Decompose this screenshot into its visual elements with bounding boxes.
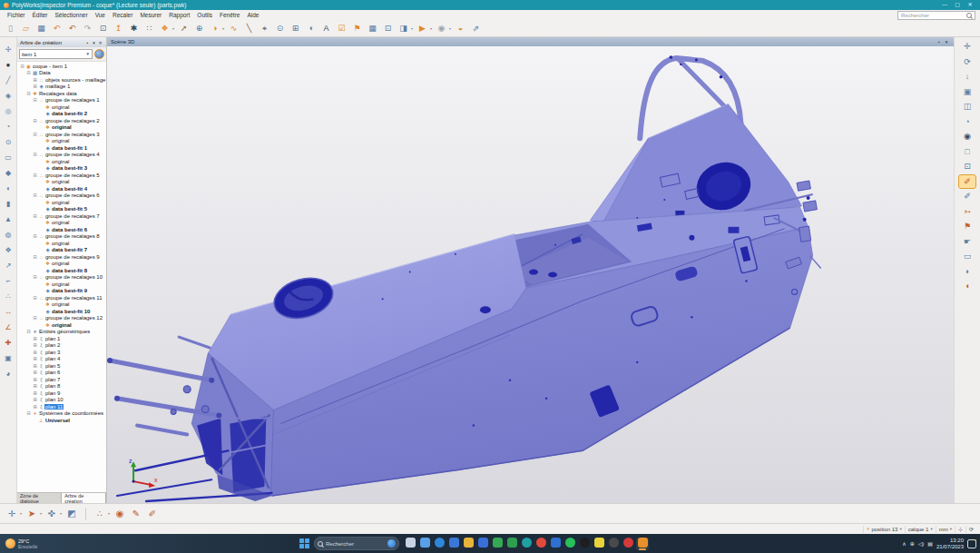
cone-icon[interactable]: ▲ — [2, 213, 15, 225]
menu-mesurer[interactable]: Mesurer — [136, 12, 165, 18]
weather-widget[interactable]: 29°C Ensoleillé — [0, 538, 37, 549]
tree-expander[interactable]: ⊞ — [32, 370, 38, 375]
chart-report-icon[interactable]: ⇗ — [469, 22, 483, 35]
tree-item-plan-7[interactable]: ⊞ξplan 7 — [17, 376, 106, 383]
align-mode-icon[interactable]: ✜ — [44, 507, 59, 520]
menu-recaler[interactable]: Recaler — [109, 12, 136, 18]
polyline-icon[interactable]: ⌐ — [2, 275, 15, 287]
tree-item-groupe-de-recalages-6[interactable]: ⊟∴groupe de recalages 6 — [17, 193, 106, 200]
tree-expander[interactable]: ⊞ — [32, 383, 38, 389]
globe-view-icon[interactable]: ⊕ — [192, 22, 206, 35]
surface-icon[interactable]: ❖ — [2, 244, 15, 256]
new-document-icon[interactable]: ▯ — [4, 22, 17, 35]
tree-item-original[interactable]: ❖original — [17, 179, 106, 186]
tray-folder[interactable]: ▤ — [927, 540, 933, 547]
media-export-dropdown[interactable]: ▾ — [411, 26, 415, 31]
tree-item-original[interactable]: ❖original — [17, 138, 106, 145]
tree-item-groupe-de-recalages-8[interactable]: ⊟∴groupe de recalages 8 — [17, 233, 106, 241]
taskbar-app-app-green[interactable] — [491, 538, 504, 550]
tree-expander[interactable]: ⊞ — [32, 336, 38, 341]
tree-item-plan-11[interactable]: ⊞ξplan 11 — [17, 403, 106, 410]
taskbar-app-whatsapp[interactable] — [564, 538, 576, 550]
tree-item-original[interactable]: ❖original — [17, 281, 106, 288]
tree-expander[interactable]: ⊟ — [25, 70, 32, 75]
plane-icon[interactable]: ◈ — [2, 90, 15, 102]
slot-icon[interactable]: ◖ — [2, 183, 15, 194]
stamp-view-icon[interactable]: ▣ — [959, 85, 975, 98]
save-icon[interactable]: ▦ — [34, 22, 48, 35]
taskbar-app-outlook-mail[interactable] — [447, 538, 460, 550]
tree-item-plan-3[interactable]: ⊞ξplan 3 — [17, 349, 106, 356]
boundary-edit-icon[interactable]: ✎ — [129, 507, 143, 520]
record-icon[interactable]: ◉ — [435, 22, 448, 35]
tree-item-data-best-fit-3[interactable]: ◈data best-fit 3 — [17, 165, 106, 173]
measure-text-icon[interactable]: A — [319, 22, 333, 35]
pan-view-icon[interactable]: ✛ — [959, 40, 975, 53]
tree-expander[interactable]: ⊞ — [32, 404, 38, 410]
tree-expander[interactable]: ⊟ — [32, 315, 38, 321]
rectangle-icon[interactable]: ▭ — [2, 152, 15, 163]
tree-expander[interactable]: ⊟ — [25, 410, 32, 416]
tree-item-plan-1[interactable]: ⊞ξplan 1 — [17, 335, 106, 342]
tree-item-coque-item-1[interactable]: ⊟◉coque - item 1 — [17, 63, 106, 70]
open-project-icon[interactable]: ▱ — [19, 22, 33, 35]
tray-volume[interactable]: ◁) — [918, 540, 925, 547]
tree-item-original[interactable]: ❖original — [17, 158, 106, 165]
tree-item-plan-4[interactable]: ⊞ξplan 4 — [17, 356, 106, 363]
taskbar-app-app-blue[interactable] — [476, 538, 489, 550]
date-table-icon[interactable]: ⊞ — [289, 22, 302, 35]
tree-item-recalages-data[interactable]: ⊟❖Recalages data — [17, 90, 106, 97]
taskbar-app-mail-blue[interactable] — [549, 538, 562, 550]
tree-item-syste-mes-de-coordonne-es[interactable]: ⊟⌖Systèmes de coordonnées — [17, 410, 106, 418]
scene-pin-button[interactable]: ▪ — [936, 39, 943, 44]
spray-tool-icon[interactable]: ✐ — [959, 190, 975, 202]
taskbar-app-app-dark[interactable] — [607, 538, 620, 550]
menu-rapport[interactable]: Rapport — [165, 12, 193, 18]
globe-entity-icon[interactable]: ◕ — [2, 368, 15, 380]
colormap-shield-icon[interactable]: ❖ — [158, 22, 172, 35]
scene-menu-button[interactable]: ▾ — [943, 39, 950, 44]
undo-alt-icon[interactable]: ↶ — [65, 22, 79, 35]
tree-expander[interactable]: ⊟ — [32, 193, 38, 198]
tree-item-universel[interactable]: ⊥Universel — [17, 417, 106, 424]
toggle-view-icon[interactable]: ◒ — [454, 22, 467, 35]
tree-item-data[interactable]: ⊟▦Data — [17, 70, 106, 77]
taskbar-app-polyworks[interactable] — [636, 538, 649, 550]
tree-expander[interactable]: ⊟ — [32, 254, 38, 260]
tree-item-original[interactable]: ❖original — [17, 124, 106, 132]
probe-mode-dropdown[interactable]: ▾ — [20, 511, 24, 516]
probe-bird-icon[interactable]: ➳ — [959, 205, 975, 218]
tree-expander[interactable]: ⊟ — [32, 173, 38, 178]
tree-item-data-best-fit-9[interactable]: ◈data best-fit 9 — [17, 288, 106, 295]
tree-item-groupe-de-recalages-5[interactable]: ⊟∴groupe de recalages 5 — [17, 172, 106, 179]
angle-icon[interactable]: ∠ — [2, 321, 15, 333]
tree-expander[interactable]: ⊟ — [32, 295, 38, 301]
probe-device-icon[interactable]: ✢ — [2, 44, 15, 55]
snapshot-tool-icon[interactable]: ⊡ — [96, 22, 110, 35]
point-validate-icon[interactable]: ◉ — [113, 507, 127, 520]
taskbar-app-widgets[interactable] — [418, 538, 431, 550]
tree-expander[interactable]: ⊞ — [32, 397, 38, 402]
tree-item-groupe-de-recalages-1[interactable]: ⊟∴groupe de recalages 1 — [17, 97, 106, 104]
taskbar-app-app-green-2[interactable] — [505, 538, 518, 550]
redo-icon[interactable]: ↷ — [81, 22, 94, 35]
points-cluster-dropdown[interactable]: ▾ — [108, 511, 112, 516]
record-dropdown[interactable]: ▾ — [449, 26, 453, 31]
zoom-region-icon[interactable]: ◫ — [959, 100, 975, 113]
panel-pin-button[interactable]: ▪ — [84, 40, 91, 45]
taskbar-app-app-red[interactable] — [622, 538, 634, 550]
menu-fenetre[interactable]: Fenêtre — [216, 12, 243, 18]
tree-item-original[interactable]: ❖original — [17, 199, 106, 206]
tree-item-data-best-fit-1[interactable]: ◈data best-fit 1 — [17, 144, 106, 152]
tag-note-icon[interactable]: ⚑ — [350, 22, 364, 35]
rotate-view-icon[interactable]: ⟳ — [959, 55, 975, 68]
menu-editer[interactable]: Éditer — [29, 12, 52, 18]
tree-expander[interactable]: ⊞ — [32, 77, 38, 83]
surface-tool-icon[interactable]: ◖ — [304, 22, 318, 35]
tree-expander[interactable]: ⊟ — [19, 64, 25, 69]
monitor-flag-icon[interactable]: ▭ — [959, 250, 975, 262]
line-icon[interactable]: ╱ — [2, 74, 15, 86]
tree-item-original[interactable]: ❖original — [17, 104, 106, 111]
blob-tool-icon[interactable]: ◗ — [959, 265, 975, 278]
panel-menu-button[interactable]: ▾ — [91, 40, 97, 45]
